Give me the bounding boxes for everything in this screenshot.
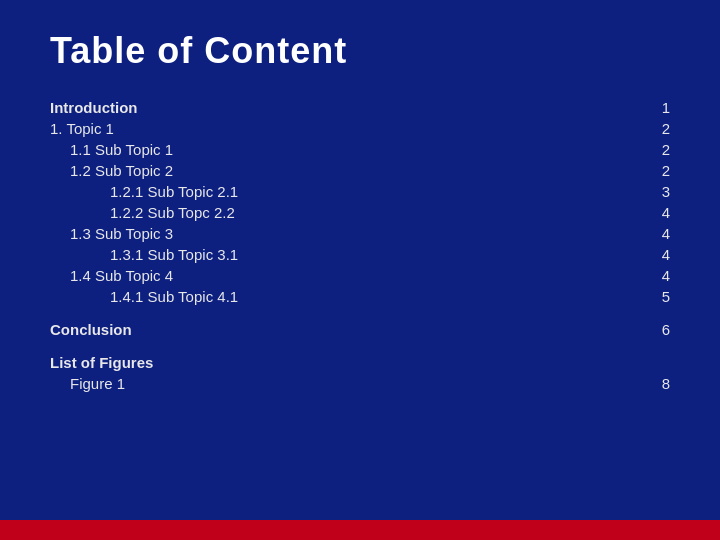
toc-label: 1.4.1 Sub Topic 4.1 xyxy=(50,286,577,307)
toc-page: 1 xyxy=(577,97,670,118)
figure-row: Figure 1 8 xyxy=(50,373,670,394)
toc-label: 1.2.2 Sub Topc 2.2 xyxy=(50,202,577,223)
figures-header-row: List of Figures xyxy=(50,352,670,373)
figures-header-label: List of Figures xyxy=(50,352,577,373)
toc-row: 1.2.1 Sub Topic 2.1 3 xyxy=(50,181,670,202)
conclusion-label: Conclusion xyxy=(50,319,577,340)
toc-label: 1.3 Sub Topic 3 xyxy=(50,223,577,244)
toc-row: 1.2 Sub Topic 2 2 xyxy=(50,160,670,181)
toc-page: 4 xyxy=(577,202,670,223)
toc-page: 2 xyxy=(577,160,670,181)
toc-label: 1.4 Sub Topic 4 xyxy=(50,265,577,286)
bottom-bar xyxy=(0,520,720,540)
toc-page: 4 xyxy=(577,265,670,286)
toc-row: 1.4 Sub Topic 4 4 xyxy=(50,265,670,286)
toc-row: 1. Topic 1 2 xyxy=(50,118,670,139)
toc-row: Introduction 1 xyxy=(50,97,670,118)
toc-label: 1.3.1 Sub Topic 3.1 xyxy=(50,244,577,265)
toc-row: 1.3 Sub Topic 3 4 xyxy=(50,223,670,244)
page-title: Table of Content xyxy=(50,30,670,72)
figure-label: Figure 1 xyxy=(50,373,577,394)
toc-page: 4 xyxy=(577,223,670,244)
toc-label: Introduction xyxy=(50,97,577,118)
toc-page: 3 xyxy=(577,181,670,202)
toc-label: 1.1 Sub Topic 1 xyxy=(50,139,577,160)
toc-label: 1.2 Sub Topic 2 xyxy=(50,160,577,181)
toc-page: 2 xyxy=(577,139,670,160)
toc-row: 1.1 Sub Topic 1 2 xyxy=(50,139,670,160)
toc-page: 5 xyxy=(577,286,670,307)
conclusion-page: 6 xyxy=(577,319,670,340)
slide: Table of Content Introduction 1 1. Topic… xyxy=(0,0,720,520)
figure-page: 8 xyxy=(577,373,670,394)
toc-row: 1.4.1 Sub Topic 4.1 5 xyxy=(50,286,670,307)
conclusion-row: Conclusion 6 xyxy=(50,319,670,340)
toc-page: 2 xyxy=(577,118,670,139)
toc-row: 1.2.2 Sub Topc 2.2 4 xyxy=(50,202,670,223)
toc-label: 1. Topic 1 xyxy=(50,118,577,139)
toc-table: Introduction 1 1. Topic 1 2 1.1 Sub Topi… xyxy=(50,97,670,394)
toc-page: 4 xyxy=(577,244,670,265)
toc-row: 1.3.1 Sub Topic 3.1 4 xyxy=(50,244,670,265)
toc-label: 1.2.1 Sub Topic 2.1 xyxy=(50,181,577,202)
